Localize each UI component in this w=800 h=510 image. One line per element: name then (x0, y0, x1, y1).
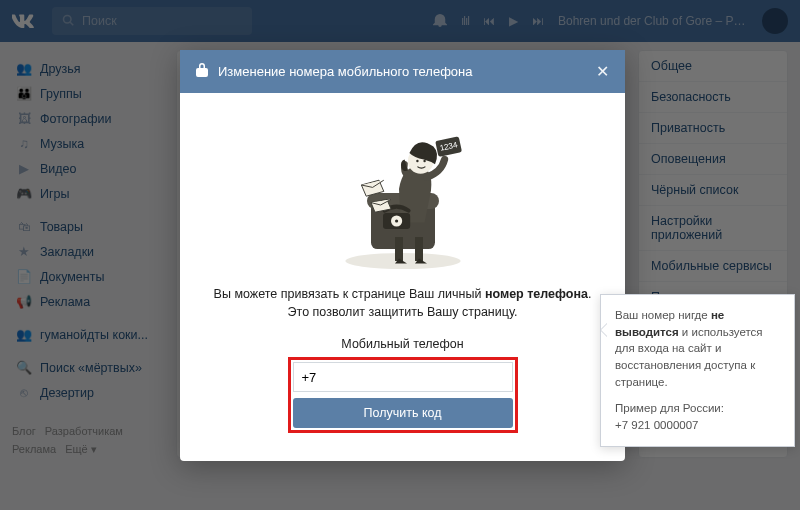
svg-point-8 (416, 160, 418, 162)
svg-rect-6 (415, 237, 423, 261)
phone-illustration: 1234 (323, 113, 483, 273)
get-code-button[interactable]: Получить код (293, 398, 513, 428)
lock-icon (196, 63, 208, 80)
change-phone-modal: Изменение номера мобильного телефона ✕ (180, 50, 625, 461)
modal-text: Вы можете привязать к странице Ваш личны… (210, 287, 595, 301)
phone-input[interactable] (293, 362, 513, 392)
svg-point-9 (423, 160, 425, 162)
phone-field-label: Мобильный телефон (210, 337, 595, 351)
phone-tooltip: Ваш номер нигде не выводится и используе… (600, 294, 795, 447)
highlight-box: Получить код (288, 357, 518, 433)
svg-point-14 (395, 219, 398, 222)
svg-rect-5 (395, 237, 403, 261)
modal-title: Изменение номера мобильного телефона (218, 64, 473, 79)
modal-header: Изменение номера мобильного телефона ✕ (180, 50, 625, 93)
modal-subtext: Это позволит защитить Вашу страницу. (210, 305, 595, 319)
close-icon[interactable]: ✕ (596, 62, 609, 81)
